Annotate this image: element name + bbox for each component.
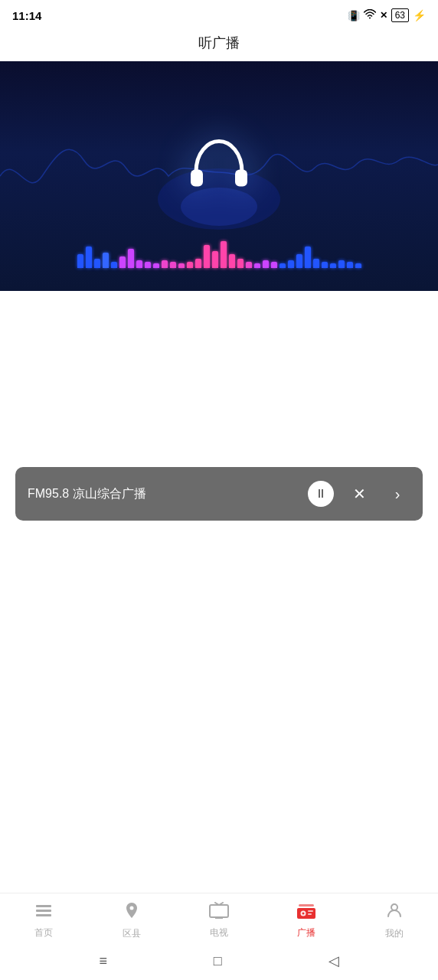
pause-button[interactable]: ⏸ — [308, 481, 334, 507]
eq-bar — [313, 259, 319, 268]
eq-bar — [330, 263, 336, 268]
tv-label: 电视 — [210, 926, 228, 939]
eq-bar — [355, 263, 361, 268]
radio-icon — [296, 902, 317, 923]
eq-bar — [237, 259, 244, 268]
eq-bar — [212, 251, 218, 268]
eq-bar — [221, 241, 227, 268]
page-header: 听广播 — [0, 28, 438, 61]
svg-rect-17 — [299, 904, 314, 906]
eq-bar — [94, 259, 100, 268]
eq-bar — [271, 262, 277, 268]
now-playing-label: FM95.8 凉山综合广播 — [28, 486, 308, 502]
headphones-icon — [185, 138, 253, 202]
eq-bar — [305, 247, 311, 268]
now-playing-bar: FM95.8 凉山综合广播 ⏸ ✕ › — [15, 467, 423, 521]
banner — [0, 61, 438, 291]
back-icon: › — [395, 485, 400, 503]
nav-item-tv[interactable]: 电视 — [188, 902, 250, 939]
eq-bar — [128, 249, 134, 268]
battery-indicator: 63 — [391, 8, 409, 22]
eq-bar — [347, 262, 353, 268]
eq-bar — [111, 262, 117, 268]
eq-bar — [322, 262, 328, 268]
status-bar: 11:14 📳 ✕ 63 ⚡ — [0, 0, 438, 28]
district-icon — [123, 901, 141, 924]
charging-icon: ⚡ — [413, 9, 426, 21]
svg-rect-6 — [36, 914, 51, 916]
nav-item-radio[interactable]: 广播 — [276, 902, 337, 939]
nav-item-district[interactable]: 区县 — [101, 901, 162, 940]
eq-bar — [279, 263, 286, 268]
sys-back-button[interactable]: ◁ — [328, 952, 339, 969]
svg-rect-4 — [36, 905, 51, 907]
bottom-nav: 首页 区县 电视 — [0, 893, 438, 980]
svg-rect-3 — [235, 170, 247, 187]
eq-bar — [195, 259, 201, 268]
vibrate-icon: 📳 — [348, 10, 360, 21]
eq-bar — [204, 245, 210, 268]
svg-rect-5 — [36, 910, 51, 912]
eq-bar — [229, 254, 235, 268]
svg-rect-16 — [308, 913, 312, 915]
svg-point-19 — [391, 904, 397, 910]
pause-icon: ⏸ — [315, 487, 327, 501]
back-button[interactable]: › — [384, 481, 410, 507]
svg-point-18 — [302, 913, 305, 915]
home-icon — [34, 902, 53, 923]
eq-bar — [170, 262, 176, 268]
x-icon: ✕ — [380, 10, 387, 21]
close-icon: ✕ — [353, 485, 366, 503]
system-nav: ≡ □ ◁ — [0, 945, 438, 980]
svg-point-7 — [129, 906, 133, 910]
mine-icon — [385, 901, 404, 924]
nav-item-home[interactable]: 首页 — [13, 902, 74, 939]
eq-bar — [246, 262, 252, 268]
svg-rect-15 — [308, 910, 313, 912]
svg-rect-8 — [210, 905, 228, 917]
eq-bar — [296, 254, 302, 268]
eq-bar — [103, 253, 109, 268]
tv-icon — [209, 902, 229, 923]
mine-label: 我的 — [385, 927, 404, 940]
home-label: 首页 — [34, 926, 53, 939]
eq-bar — [254, 263, 260, 268]
eq-bar — [288, 260, 294, 268]
equalizer-bars — [58, 241, 380, 268]
eq-bar — [263, 260, 269, 268]
svg-rect-13 — [297, 908, 315, 919]
eq-bar — [162, 260, 168, 268]
eq-bar — [86, 247, 92, 268]
sys-menu-button[interactable]: ≡ — [99, 953, 107, 969]
district-label: 区县 — [123, 927, 141, 940]
eq-bar — [136, 260, 142, 268]
wifi-icon — [364, 8, 376, 22]
radio-label: 广播 — [297, 926, 315, 939]
eq-bar — [187, 262, 193, 268]
close-button[interactable]: ✕ — [346, 481, 372, 507]
eq-bar — [145, 262, 151, 268]
status-icons: 📳 ✕ 63 ⚡ — [348, 8, 426, 22]
eq-bar — [153, 263, 159, 268]
eq-bar — [338, 260, 345, 268]
svg-rect-2 — [191, 170, 203, 187]
eq-bar — [178, 263, 185, 268]
eq-bar — [119, 256, 126, 268]
nav-items: 首页 区县 电视 — [0, 893, 438, 945]
eq-bar — [77, 254, 83, 268]
page-title: 听广播 — [198, 35, 240, 51]
nav-item-mine[interactable]: 我的 — [364, 901, 425, 940]
sys-home-button[interactable]: □ — [214, 953, 222, 969]
playback-controls[interactable]: ⏸ ✕ › — [308, 481, 410, 507]
status-time: 11:14 — [12, 9, 41, 22]
